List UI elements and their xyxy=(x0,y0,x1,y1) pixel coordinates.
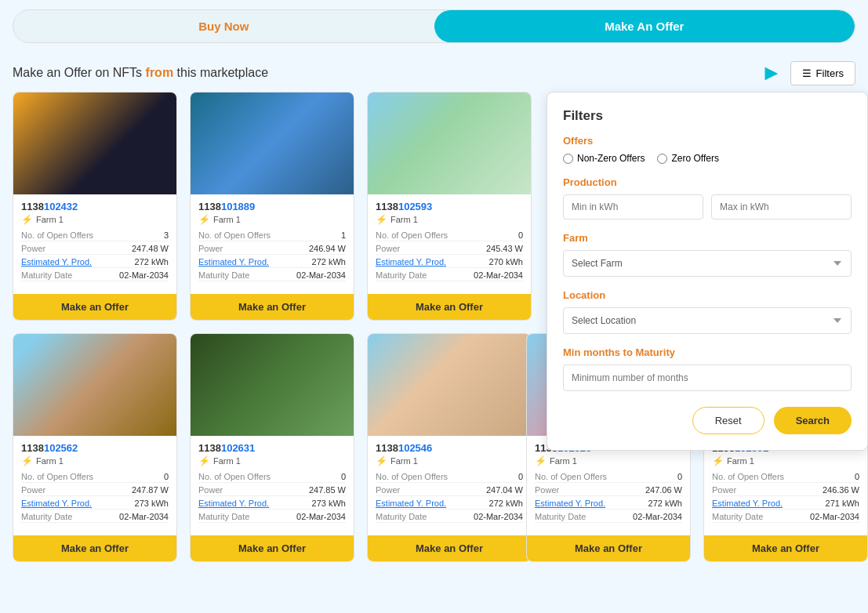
farm-row-6: ⚡ Farm 1 xyxy=(376,455,523,466)
zero-offers-label: Zero Offers xyxy=(671,153,718,164)
buy-now-tab[interactable]: Buy Now xyxy=(13,10,434,42)
filter-actions: Reset Search xyxy=(563,407,852,434)
make-offer-tab[interactable]: Make An Offer xyxy=(434,10,855,42)
farm-label: Farm xyxy=(563,232,852,244)
location-select[interactable]: Select Location xyxy=(563,307,852,334)
farm-select[interactable]: Select Farm Farm 1 xyxy=(563,250,852,277)
zero-offers-radio[interactable] xyxy=(657,154,667,164)
filter-location-section: Location Select Location xyxy=(563,289,852,334)
nft-stats-3: No. of Open Offers 0 Power 245.43 W Esti… xyxy=(376,230,523,281)
make-offer-btn-3[interactable]: Make an Offer xyxy=(368,294,531,320)
non-zero-offers-option[interactable]: Non-Zero Offers xyxy=(563,153,645,164)
nft-image-6 xyxy=(368,334,531,436)
nft-stats-4: No. of Open Offers 0 Power 247.87 W Esti… xyxy=(21,471,169,523)
offers-label: Offers xyxy=(563,135,852,147)
farm-icon-1: ⚡ xyxy=(21,214,33,225)
nft-id-6: 1138102546 xyxy=(376,442,523,454)
farm-row-1: ⚡ Farm 1 xyxy=(21,214,169,225)
make-offer-btn-5[interactable]: Make an Offer xyxy=(191,535,354,561)
reset-button[interactable]: Reset xyxy=(692,407,764,434)
main-layout: 1138102432 ⚡ Farm 1 No. of Open Offers 3… xyxy=(0,92,868,562)
nft-card: 1138101889 ⚡ Farm 1 No. of Open Offers 1… xyxy=(190,92,354,321)
search-button[interactable]: Search xyxy=(774,407,852,434)
nft-grid: 1138102432 ⚡ Farm 1 No. of Open Offers 3… xyxy=(13,92,532,562)
make-offer-btn-7[interactable]: Make an Offer xyxy=(527,535,690,561)
production-inputs xyxy=(563,194,852,219)
location-label: Location xyxy=(563,289,852,301)
nft-image-1 xyxy=(13,92,176,194)
nft-card: 1138102631 ⚡ Farm 1 No. of Open Offers 0… xyxy=(190,333,354,562)
page-title: Make an Offer on NFTs from this marketpl… xyxy=(13,66,268,80)
filter-production-section: Production xyxy=(563,176,852,219)
nft-image-2 xyxy=(191,92,354,194)
nft-image-5 xyxy=(191,334,354,436)
zero-offers-option[interactable]: Zero Offers xyxy=(657,153,718,164)
filter-icon: ☰ xyxy=(802,67,812,79)
make-offer-btn-6[interactable]: Make an Offer xyxy=(368,535,531,561)
production-label: Production xyxy=(563,176,852,188)
make-offer-btn-2[interactable]: Make an Offer xyxy=(191,294,354,320)
nft-id-4: 1138102562 xyxy=(21,442,169,454)
nft-id-1: 1138102432 xyxy=(21,201,169,212)
header-right: ► ☰ Filters xyxy=(761,60,855,85)
non-zero-offers-label: Non-Zero Offers xyxy=(577,153,645,164)
nft-stats-1: No. of Open Offers 3 Power 247.48 W Esti… xyxy=(21,230,169,281)
nft-card: 1138102562 ⚡ Farm 1 No. of Open Offers 0… xyxy=(13,333,177,562)
max-kwh-input[interactable] xyxy=(711,194,852,219)
top-nav: Buy Now Make An Offer xyxy=(13,9,855,43)
arrow-icon: ► xyxy=(761,60,783,85)
nft-card: 1138102432 ⚡ Farm 1 No. of Open Offers 3… xyxy=(13,92,177,321)
nft-stats-2: No. of Open Offers 1 Power 246.94 W Esti… xyxy=(198,230,346,281)
header-row: Make an Offer on NFTs from this marketpl… xyxy=(0,53,868,92)
nft-image-3 xyxy=(368,92,531,194)
make-offer-btn-4[interactable]: Make an Offer xyxy=(13,535,176,561)
min-kwh-input[interactable] xyxy=(563,194,703,219)
filter-farm-section: Farm Select Farm Farm 1 xyxy=(563,232,852,277)
nft-card: 1138102546 ⚡ Farm 1 No. of Open Offers 0… xyxy=(367,333,532,562)
nft-stats-6: No. of Open Offers 0 Power 247.04 W Esti… xyxy=(376,471,523,523)
filters-label: Filters xyxy=(816,67,844,79)
nft-image-4 xyxy=(13,334,176,436)
non-zero-offers-radio[interactable] xyxy=(563,154,573,164)
nft-id-2: 1138101889 xyxy=(198,201,346,212)
min-months-input[interactable] xyxy=(563,365,852,391)
make-offer-btn-8[interactable]: Make an Offer xyxy=(704,535,867,561)
filter-offers-section: Offers Non-Zero Offers Zero Offers xyxy=(563,135,852,164)
nft-id-3: 1138102593 xyxy=(376,201,523,212)
months-label: Min months to Maturity xyxy=(563,346,852,358)
filters-button[interactable]: ☰ Filters xyxy=(790,61,855,85)
nft-card: 1138102593 ⚡ Farm 1 No. of Open Offers 0… xyxy=(367,92,532,321)
nft-stats-5: No. of Open Offers 0 Power 247.85 W Esti… xyxy=(198,471,346,523)
farm-row-5: ⚡ Farm 1 xyxy=(198,455,346,466)
filters-title: Filters xyxy=(563,108,852,124)
filter-months-section: Min months to Maturity xyxy=(563,346,852,391)
make-offer-btn-1[interactable]: Make an Offer xyxy=(13,294,176,320)
farm-row-3: ⚡ Farm 1 xyxy=(376,214,523,225)
nft-id-5: 1138102631 xyxy=(198,442,346,454)
farm-row-4: ⚡ Farm 1 xyxy=(21,455,169,466)
filters-panel: Filters Offers Non-Zero Offers Zero Offe… xyxy=(547,92,868,451)
farm-row-2: ⚡ Farm 1 xyxy=(198,214,346,225)
offers-radio-group: Non-Zero Offers Zero Offers xyxy=(563,153,852,164)
